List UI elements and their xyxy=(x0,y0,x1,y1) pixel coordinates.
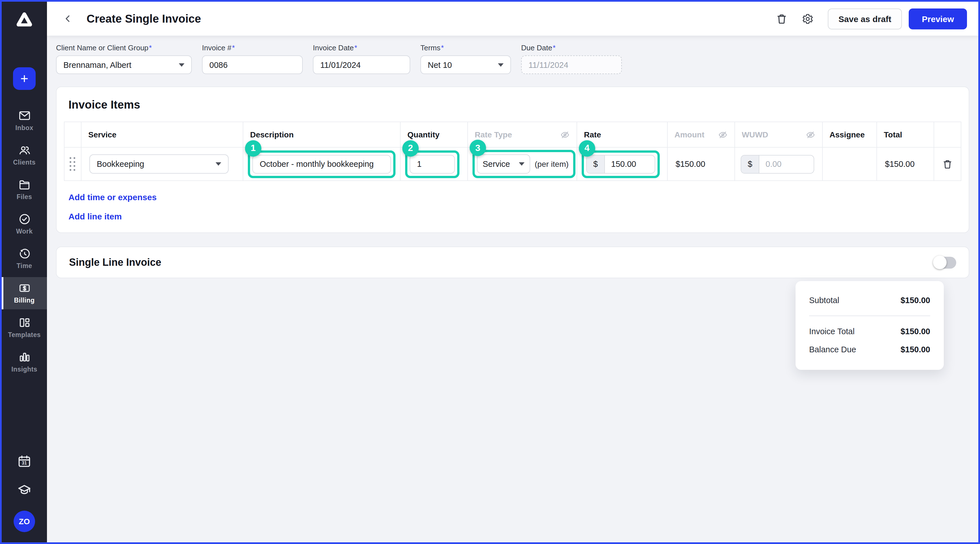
invoice-date-label: Invoice Date* xyxy=(313,44,410,52)
service-column-header: Service xyxy=(81,122,243,147)
page-title: Create Single Invoice xyxy=(87,12,201,25)
terms-field: Terms* Net 10 xyxy=(420,44,511,74)
invoice-date-field: Invoice Date* 11/01/2024 xyxy=(313,44,410,74)
files-icon xyxy=(18,178,31,191)
save-as-draft-button[interactable]: Save as draft xyxy=(828,8,902,29)
svg-text:31: 31 xyxy=(22,461,27,465)
app-logo-icon[interactable] xyxy=(14,10,35,31)
description-column-header: Description xyxy=(243,122,401,147)
sidebar-footer: 31 ZO xyxy=(14,454,35,542)
sidebar-item-label: Work xyxy=(16,228,33,235)
sidebar-item-clients[interactable]: Clients xyxy=(2,139,47,171)
rate-type-select[interactable]: Service xyxy=(477,154,530,174)
trash-icon xyxy=(776,13,788,25)
calendar-icon[interactable]: 31 xyxy=(17,454,32,469)
table-row-drag-cell xyxy=(65,147,81,181)
add-time-expenses-link[interactable]: Add time or expenses xyxy=(68,192,157,202)
required-asterisk: * xyxy=(149,44,152,52)
settings-button[interactable] xyxy=(799,9,818,28)
preview-button[interactable]: Preview xyxy=(909,8,967,29)
sidebar-item-label: Insights xyxy=(11,366,37,373)
time-icon xyxy=(18,247,31,260)
delete-row-button[interactable] xyxy=(942,159,953,170)
tutorial-highlight-rate-type: 3 Service (per item) xyxy=(473,150,576,178)
sidebar-item-files[interactable]: Files xyxy=(2,174,47,206)
eye-hidden-icon[interactable] xyxy=(718,130,728,140)
sidebar-item-label: Templates xyxy=(8,331,41,338)
single-line-invoice-title: Single Line Invoice xyxy=(69,257,161,268)
invoice-total-row: Invoice Total $150.00 xyxy=(809,327,930,336)
rate-type-cell: 3 Service (per item) xyxy=(468,147,577,181)
delete-invoice-button[interactable] xyxy=(772,9,792,28)
invoice-items-card: Invoice Items Service Description Quanti… xyxy=(56,87,969,233)
sidebar-nav: Inbox Clients Files Work xyxy=(2,105,47,378)
description-input[interactable]: October - monthly bookkeeping xyxy=(252,155,391,173)
billing-icon xyxy=(18,282,31,295)
chevron-down-icon xyxy=(216,162,221,166)
single-line-invoice-card: Single Line Invoice xyxy=(56,247,969,278)
single-line-toggle[interactable] xyxy=(934,257,956,268)
subtotal-value: $150.00 xyxy=(900,296,930,305)
plus-icon: + xyxy=(21,72,28,86)
sidebar-item-work[interactable]: Work xyxy=(2,208,47,240)
tutorial-highlight-quantity: 2 1 xyxy=(405,150,460,178)
currency-prefix: $ xyxy=(741,155,759,173)
sidebar-item-label: Files xyxy=(17,193,32,200)
sidebar-item-inbox[interactable]: Inbox xyxy=(2,105,47,137)
tutorial-highlight-rate: 4 $ 150.00 xyxy=(582,150,660,178)
quantity-input[interactable]: 1 xyxy=(410,155,455,173)
required-asterisk: * xyxy=(441,44,444,52)
chevron-down-icon xyxy=(179,63,185,67)
sidebar-item-billing[interactable]: Billing xyxy=(2,277,47,309)
assignee-cell[interactable] xyxy=(823,147,877,181)
required-asterisk: * xyxy=(232,44,235,52)
currency-prefix: $ xyxy=(587,155,605,173)
amount-cell: $150.00 xyxy=(668,147,735,181)
back-button[interactable] xyxy=(58,9,78,28)
required-asterisk: * xyxy=(553,44,556,52)
invoice-meta-form: Client Name or Client Group* Brennaman, … xyxy=(56,44,969,74)
sidebar-item-templates[interactable]: Templates xyxy=(2,312,47,344)
wuwd-input[interactable]: $ 0.00 xyxy=(741,155,814,173)
sidebar-item-label: Inbox xyxy=(15,124,33,131)
wuwd-column-header: WUWD xyxy=(735,122,823,147)
sidebar-item-time[interactable]: Time xyxy=(2,243,47,275)
global-add-button[interactable]: + xyxy=(13,67,36,90)
client-label: Client Name or Client Group* xyxy=(56,44,192,52)
wuwd-placeholder: 0.00 xyxy=(759,155,814,173)
balance-due-value: $150.00 xyxy=(900,345,930,354)
sidebar-item-label: Clients xyxy=(13,159,36,166)
balance-due-row: Balance Due $150.00 xyxy=(809,345,930,354)
training-graduation-icon[interactable] xyxy=(17,482,32,497)
quantity-cell: 2 1 xyxy=(401,147,468,181)
terms-select[interactable]: Net 10 xyxy=(420,56,511,74)
table-action-links: Add time or expenses Add line item xyxy=(64,181,961,225)
invoice-date-input[interactable]: 11/01/2024 xyxy=(313,56,410,74)
invoice-items-table: Service Description Quantity Rate Type R… xyxy=(64,122,961,181)
eye-hidden-icon[interactable] xyxy=(806,130,815,140)
summary-divider xyxy=(809,316,930,316)
client-select[interactable]: Brennaman, Albert xyxy=(56,56,192,74)
invoice-number-label: Invoice #* xyxy=(202,44,303,52)
add-line-item-link[interactable]: Add line item xyxy=(68,211,122,221)
user-avatar[interactable]: ZO xyxy=(14,511,35,532)
page-content: Client Name or Client Group* Brennaman, … xyxy=(47,36,978,542)
service-select[interactable]: Bookkeeping xyxy=(89,154,229,174)
row-actions-cell xyxy=(934,147,961,181)
clients-icon xyxy=(18,144,31,157)
app-window: + Inbox Clients Files xyxy=(0,0,980,544)
due-date-label: Due Date* xyxy=(521,44,622,52)
invoice-number-input[interactable]: 0086 xyxy=(202,56,303,74)
invoice-total-label: Invoice Total xyxy=(809,327,855,336)
tutorial-badge-3: 3 xyxy=(469,140,486,156)
chevron-down-icon xyxy=(498,63,504,67)
sidebar-item-insights[interactable]: Insights xyxy=(2,346,47,378)
drag-handle[interactable] xyxy=(70,157,76,171)
total-value: $150.00 xyxy=(881,159,915,168)
eye-hidden-icon[interactable] xyxy=(560,130,570,140)
sidebar-item-label: Billing xyxy=(14,297,35,304)
subtotal-label: Subtotal xyxy=(809,296,839,305)
total-cell: $150.00 xyxy=(877,147,934,181)
invoice-number-field: Invoice #* 0086 xyxy=(202,44,303,74)
rate-input[interactable]: $ 150.00 xyxy=(586,155,655,173)
